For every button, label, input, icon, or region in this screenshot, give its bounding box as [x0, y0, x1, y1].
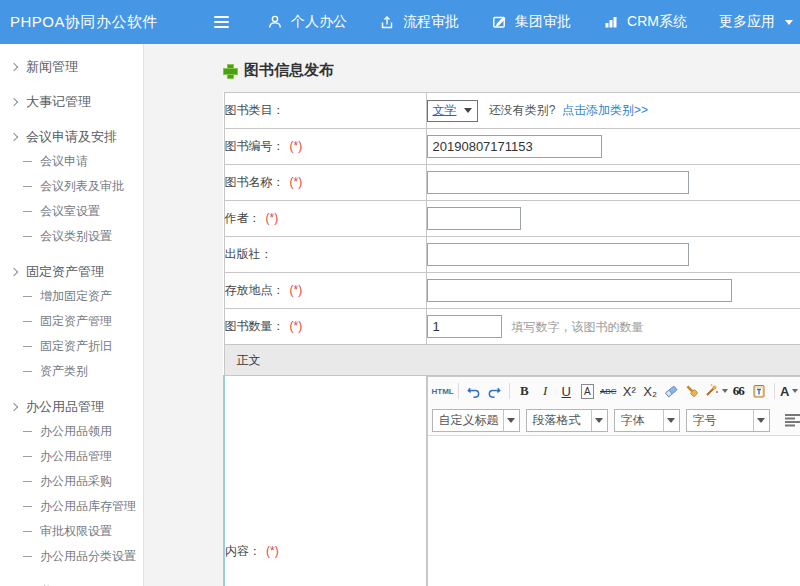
menu-toggle-icon[interactable]	[210, 12, 233, 32]
strikethrough-button[interactable]: ABC	[598, 381, 619, 402]
sidebar-item-label: 固定资产折旧	[40, 338, 112, 355]
row-book-code: 图书编号：(*)	[224, 129, 800, 165]
sidebar-subitem-meeting-category[interactable]: 会议类别设置	[0, 224, 143, 249]
name-input-cell	[426, 165, 800, 201]
undo-icon	[466, 384, 481, 399]
dash-icon	[23, 211, 32, 212]
quantity-input-cell: 填写数字，该图书的数量	[426, 309, 800, 345]
sidebar-subitem-asset-add[interactable]: 增加固定资产	[0, 284, 143, 309]
category-select-value: 文学	[433, 102, 457, 119]
chevron-right-icon	[10, 97, 18, 105]
category-select[interactable]: 文学	[427, 100, 478, 122]
dash-icon	[23, 346, 32, 347]
sidebar-item-label: 会议室设置	[40, 203, 100, 220]
italic-button[interactable]: I	[535, 381, 556, 402]
editor-toolbar-row2: 自定义标题 段落格式 字体	[428, 405, 800, 436]
superscript-button[interactable]: X²	[619, 381, 640, 402]
font-style-button[interactable]: A	[577, 381, 598, 402]
magic-wand-button[interactable]	[703, 381, 728, 402]
page-title-text: 图书信息发布	[244, 61, 334, 80]
nav-crm-system[interactable]: CRM系统	[587, 0, 703, 44]
font-color-button[interactable]: A	[779, 381, 800, 402]
sidebar-subitem-supplies-manage[interactable]: 办公用品管理	[0, 444, 143, 469]
redo-icon	[487, 384, 502, 399]
paragraph-format-dropdown[interactable]: 段落格式	[526, 409, 608, 432]
nav-workflow-approval[interactable]: 流程审批	[363, 0, 475, 44]
dash-icon	[23, 456, 32, 457]
undo-button[interactable]	[463, 381, 484, 402]
font-family-dropdown[interactable]: 字体	[614, 409, 680, 432]
sidebar-subitem-meeting-room[interactable]: 会议室设置	[0, 199, 143, 224]
sidebar-subitem-supplies-claim[interactable]: 办公用品领用	[0, 419, 143, 444]
required-mark: (*)	[290, 283, 303, 297]
required-mark: (*)	[290, 319, 303, 333]
field-label: 图书名称：	[225, 175, 285, 189]
nav-label: 个人办公	[291, 13, 347, 31]
nav-group-approval[interactable]: 集团审批	[475, 0, 587, 44]
blockquote-button[interactable]: 66	[728, 381, 749, 402]
source-code-button[interactable]: HTML	[432, 381, 454, 402]
content-label-cell: 内容：(*)	[224, 376, 426, 586]
sidebar-subitem-approval-permission[interactable]: 审批权限设置	[0, 519, 143, 544]
bold-button[interactable]: B	[514, 381, 535, 402]
location-label-cell: 存放地点：(*)	[224, 273, 426, 309]
wand-icon	[703, 383, 719, 399]
format-brush-button[interactable]	[682, 381, 703, 402]
sidebar-item-assets[interactable]: 固定资产管理	[0, 259, 143, 284]
workflow-approval-icon	[379, 14, 395, 30]
sidebar-item-news[interactable]: 新闻管理	[0, 54, 143, 79]
redo-button[interactable]	[484, 381, 505, 402]
sidebar-item-label: 会议列表及审批	[40, 178, 124, 195]
sidebar-subitem-asset-manage[interactable]: 固定资产管理	[0, 309, 143, 334]
underline-button[interactable]: U	[556, 381, 577, 402]
clipboard-icon	[751, 383, 767, 399]
align-left-button[interactable]	[784, 410, 800, 431]
sidebar-item-label: 图书管理	[26, 583, 78, 586]
book-code-input[interactable]	[427, 135, 602, 158]
sidebar-subitem-supplies-category[interactable]: 办公用品分类设置	[0, 544, 143, 569]
nav-personal-office[interactable]: 个人办公	[251, 0, 363, 44]
author-input[interactable]	[427, 207, 521, 230]
sidebar-subitem-meeting-apply[interactable]: 会议申请	[0, 149, 143, 174]
sidebar-item-meeting[interactable]: 会议申请及安排	[0, 124, 143, 149]
sidebar-subitem-asset-depreciation[interactable]: 固定资产折旧	[0, 334, 143, 359]
eraser-icon	[663, 383, 679, 399]
author-input-cell	[426, 201, 800, 237]
sidebar-item-label: 办公用品分类设置	[40, 548, 136, 565]
nav-more-apps[interactable]: 更多应用	[703, 0, 800, 44]
publisher-input[interactable]	[427, 243, 689, 266]
editor-content-area[interactable]	[428, 436, 800, 586]
custom-heading-dropdown[interactable]: 自定义标题	[432, 409, 520, 432]
book-name-input[interactable]	[427, 171, 689, 194]
sidebar-item-label: 新闻管理	[26, 58, 78, 76]
field-label: 出版社：	[225, 247, 273, 261]
row-book-name: 图书名称：(*)	[224, 165, 800, 201]
required-mark: (*)	[290, 175, 303, 189]
paste-text-button[interactable]	[749, 381, 770, 402]
chevron-right-icon	[10, 267, 18, 275]
quantity-input[interactable]	[427, 315, 502, 338]
font-size-dropdown[interactable]: 字号	[686, 409, 770, 432]
sidebar-group-assets: 固定资产管理 增加固定资产 固定资产管理 固定资产折旧 资产类别	[0, 259, 143, 384]
location-input[interactable]	[427, 279, 732, 302]
toolbar-separator	[774, 383, 775, 399]
dash-icon	[23, 296, 32, 297]
sidebar-item-label: 会议申请	[40, 153, 88, 170]
plus-icon	[223, 64, 236, 77]
chevron-right-icon	[10, 132, 18, 140]
brush-icon	[684, 383, 700, 399]
sidebar-subitem-meeting-list[interactable]: 会议列表及审批	[0, 174, 143, 199]
field-label: 作者：	[225, 211, 261, 225]
eraser-button[interactable]	[661, 381, 682, 402]
field-label: 图书数量：	[225, 319, 285, 333]
sidebar-item-events[interactable]: 大事记管理	[0, 89, 143, 114]
content-editor-cell: HTML	[426, 376, 800, 586]
sidebar-item-books[interactable]: 图书管理	[0, 579, 143, 586]
sidebar-subitem-supplies-inventory[interactable]: 办公用品库存管理	[0, 494, 143, 519]
add-category-link[interactable]: 点击添加类别>>	[562, 103, 648, 117]
sidebar-subitem-supplies-purchase[interactable]: 办公用品采购	[0, 469, 143, 494]
subscript-button[interactable]: X₂	[640, 381, 661, 402]
sidebar-item-supplies[interactable]: 办公用品管理	[0, 394, 143, 419]
sidebar-subitem-asset-category[interactable]: 资产类别	[0, 359, 143, 384]
row-content: 内容：(*) HTML	[224, 376, 800, 586]
